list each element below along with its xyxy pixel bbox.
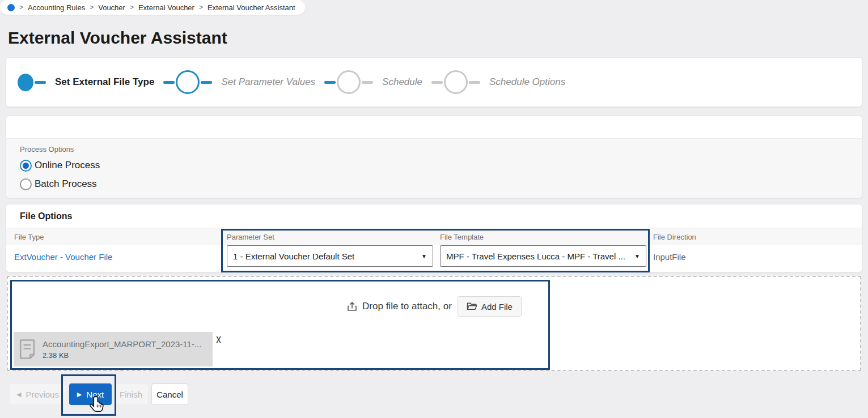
- step-connector: [163, 81, 175, 84]
- parameter-set-label: Parameter Set: [227, 233, 274, 241]
- breadcrumb-home-icon: [7, 4, 15, 11]
- breadcrumb-separator: >: [90, 3, 94, 11]
- file-template-label: File Template: [440, 233, 484, 241]
- step-connector: [201, 81, 212, 84]
- parameter-set-select[interactable]: 1 - External Voucher Default Set ▼: [227, 245, 433, 267]
- file-direction-label: File Direction: [653, 233, 696, 241]
- step-connector: [362, 81, 373, 84]
- finish-button[interactable]: Finish: [113, 383, 149, 405]
- open-folder-icon: [467, 302, 477, 311]
- radio-online-process-label: Online Process: [35, 160, 100, 171]
- next-button[interactable]: ▶ Next: [69, 383, 112, 405]
- process-options-label: Process Options: [20, 145, 862, 153]
- remove-file-button[interactable]: X: [216, 335, 221, 346]
- file-options-panel: File Options File Type Parameter Set Fil…: [6, 204, 862, 272]
- document-icon: [19, 339, 36, 360]
- step-1-circle-completed[interactable]: [18, 74, 33, 91]
- step-2-circle-active[interactable]: [176, 70, 200, 94]
- previous-arrow-icon: ◀: [16, 391, 21, 398]
- parameter-set-value: 1 - External Voucher Default Set: [233, 251, 417, 261]
- previous-button[interactable]: ◀ Previous: [9, 383, 66, 405]
- chevron-down-icon: ▼: [421, 253, 427, 259]
- breadcrumb-item-current: External Voucher Assistant: [208, 3, 295, 12]
- step-2-label: Set Parameter Values: [221, 76, 315, 88]
- chevron-down-icon: ▼: [634, 253, 640, 259]
- add-file-label: Add File: [481, 302, 513, 312]
- next-label: Next: [86, 390, 104, 399]
- field-label-row: File Type Parameter Set File Template Fi…: [6, 228, 862, 245]
- breadcrumb-item-voucher[interactable]: Voucher: [98, 3, 125, 12]
- cancel-label: Cancel: [156, 390, 183, 399]
- radio-selected-icon[interactable]: [20, 160, 32, 172]
- step-connector: [469, 81, 480, 84]
- step-3-circle[interactable]: [337, 70, 361, 94]
- step-connector: [324, 81, 336, 84]
- file-template-value: MPF - Travel Expenses Lucca - MPF - Trav…: [446, 251, 630, 261]
- breadcrumb: > Accounting Rules > Voucher > External …: [0, 0, 305, 15]
- step-connector: [431, 81, 443, 84]
- step-1-label: Set External File Type: [55, 76, 154, 88]
- step-connector: [35, 81, 46, 84]
- wizard-stepper: Set External File Type Set Parameter Val…: [6, 57, 862, 107]
- file-dropzone[interactable]: Drop file to attach, or Add File Account…: [7, 276, 861, 371]
- drop-prompt-row: Drop file to attach, or Add File: [8, 296, 860, 317]
- finish-label: Finish: [120, 390, 142, 399]
- attached-file-name: AccountingExport_MARPORT_2023-11-...: [43, 339, 201, 349]
- breadcrumb-separator: >: [19, 3, 23, 11]
- breadcrumb-item-accounting-rules[interactable]: Accounting Rules: [28, 3, 85, 12]
- file-direction-value: InputFile: [653, 252, 686, 262]
- radio-batch-process[interactable]: Batch Process: [20, 177, 862, 191]
- file-type-label: File Type: [14, 233, 44, 241]
- previous-label: Previous: [26, 390, 59, 399]
- attached-file-chip: AccountingExport_MARPORT_2023-11-... 2.3…: [14, 332, 213, 366]
- file-type-link[interactable]: ExtVoucher - Voucher File: [14, 252, 112, 262]
- add-file-button[interactable]: Add File: [458, 296, 522, 317]
- step-4-circle[interactable]: [444, 70, 468, 94]
- radio-unselected-icon[interactable]: [20, 178, 32, 190]
- file-options-header: File Options: [6, 204, 862, 228]
- process-toolbar-strip: [6, 116, 862, 139]
- step-4-label: Schedule Options: [489, 76, 565, 88]
- breadcrumb-separator: >: [130, 3, 134, 11]
- field-value-row: ExtVoucher - Voucher File 1 - External V…: [6, 245, 862, 272]
- file-options-title: File Options: [20, 211, 72, 221]
- step-3-label: Schedule: [382, 76, 422, 88]
- file-template-select[interactable]: MPF - Travel Expenses Lucca - MPF - Trav…: [440, 245, 646, 267]
- page-title: External Voucher Assistant: [8, 28, 227, 48]
- upload-icon: [346, 301, 358, 312]
- attached-file-size: 2.38 KB: [43, 351, 201, 360]
- process-options-body: Process Options Online Process Batch Pro…: [6, 139, 862, 198]
- radio-batch-process-label: Batch Process: [35, 178, 97, 190]
- external-voucher-assistant-screen: > Accounting Rules > Voucher > External …: [0, 0, 868, 418]
- breadcrumb-separator: >: [199, 3, 203, 11]
- cancel-button[interactable]: Cancel: [151, 383, 188, 405]
- radio-online-process[interactable]: Online Process: [20, 159, 862, 172]
- breadcrumb-item-external-voucher[interactable]: External Voucher: [138, 3, 194, 12]
- next-arrow-icon: ▶: [77, 391, 82, 398]
- process-options-panel: Process Options Online Process Batch Pro…: [6, 116, 862, 198]
- drop-prompt-text: Drop file to attach, or: [362, 301, 452, 312]
